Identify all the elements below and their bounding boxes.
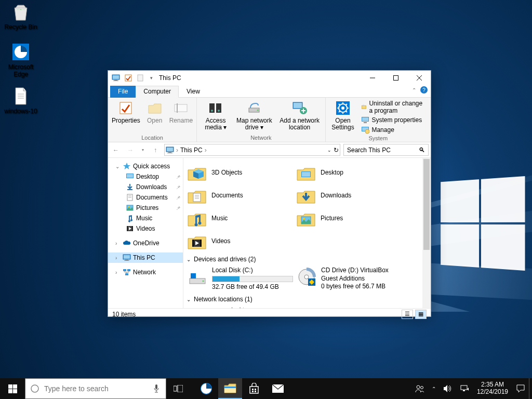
tray-volume-icon[interactable] [440, 378, 456, 399]
folder-documents[interactable]: Documents [185, 184, 295, 207]
taskbar-store[interactable] [242, 378, 266, 399]
ribbon-map-drive-button[interactable]: Map network drive ▾ [233, 99, 275, 132]
folder-pictures[interactable]: Pictures [295, 207, 404, 230]
nav-item-downloads[interactable]: Downloads📌︎ [108, 182, 183, 192]
tab-view[interactable]: View [179, 86, 208, 98]
svg-point-86 [31, 385, 38, 392]
svg-rect-5 [113, 75, 119, 79]
folder-3d-objects[interactable]: 3D Objects [185, 161, 295, 184]
nav-recent-button[interactable]: ▾ [139, 144, 147, 156]
taskbar-explorer[interactable] [218, 378, 242, 399]
svg-rect-30 [363, 105, 364, 107]
desktop-icon-edge[interactable]: Microsoft Edge [3, 42, 39, 78]
section-network-locations[interactable]: ⌄Network locations (1) [185, 292, 429, 305]
mic-icon[interactable] [147, 384, 166, 393]
tray-action-center-icon[interactable] [512, 378, 529, 399]
folder-music[interactable]: Music [185, 207, 295, 230]
ribbon-access-media-button[interactable]: Access media ▾ [199, 99, 232, 132]
nav-item-videos[interactable]: Videos [108, 223, 183, 234]
folder-videos[interactable]: Videos [185, 230, 295, 252]
search-input[interactable] [44, 384, 147, 393]
addr-refresh-icon[interactable]: ↻ [334, 147, 339, 154]
close-button[interactable] [407, 71, 431, 85]
show-desktop-button[interactable] [529, 378, 532, 399]
desktop-icon-recycle-bin[interactable]: Recycle Bin [3, 2, 39, 31]
svg-rect-92 [224, 387, 236, 388]
nav-thispc[interactable]: ›This PC [108, 252, 183, 263]
qat-newfolder-icon[interactable] [135, 72, 147, 84]
svg-point-99 [420, 387, 423, 389]
view-details-button[interactable]: ☰ [402, 310, 413, 319]
svg-rect-14 [120, 102, 131, 114]
tab-file[interactable]: File [110, 86, 136, 98]
desktop-icon-label: Microsoft Edge [8, 63, 34, 78]
drive-d[interactable]: CD Drive (D:) VirtualBox Guest Additions… [295, 265, 404, 292]
documents-folder-icon [187, 185, 207, 206]
search-input[interactable]: Search This PC 🔍︎ [343, 144, 429, 156]
svg-rect-61 [193, 193, 201, 202]
downloads-folder-icon [296, 185, 316, 206]
ribbon-system-properties-button[interactable]: System properties [361, 116, 427, 124]
breadcrumb-sep-icon[interactable]: › [176, 147, 178, 154]
nav-item-pictures[interactable]: Pictures📌︎ [108, 203, 183, 213]
tray-people-icon[interactable] [411, 378, 428, 399]
pictures-icon [126, 204, 134, 212]
nav-item-music[interactable]: Music [108, 213, 183, 223]
svg-rect-74 [193, 273, 196, 276]
ribbon-open-settings-button[interactable]: Open Settings [328, 99, 358, 132]
desktop-icon-label: windows-10 [4, 108, 37, 115]
scrollbar[interactable] [422, 158, 431, 308]
addr-dropdown-icon[interactable]: ⌄ [327, 148, 331, 153]
ribbon-uninstall-button[interactable]: Uninstall or change a program [361, 100, 427, 114]
desktop-icon-file[interactable]: windows-10 [3, 86, 39, 115]
usage-bar [212, 276, 293, 282]
svg-rect-55 [124, 260, 129, 261]
tray-overflow-icon[interactable]: ⌃ [428, 378, 440, 399]
svg-point-20 [218, 110, 220, 112]
address-bar[interactable]: › This PC › ⌄↻ [164, 144, 340, 156]
taskbar-mail[interactable] [266, 378, 290, 399]
folder-desktop[interactable]: Desktop [295, 161, 404, 184]
taskbar-edge[interactable] [194, 378, 218, 399]
help-icon[interactable]: ? [420, 86, 428, 94]
tab-computer[interactable]: Computer [136, 86, 179, 98]
content-pane: 3D Objects Desktop Documents Downloads M… [183, 158, 431, 308]
pin-icon: 📌︎ [176, 184, 181, 190]
breadcrumb-item[interactable]: This PC [180, 147, 203, 154]
nav-up-button[interactable]: ↑ [150, 144, 161, 156]
nav-onedrive[interactable]: ›OneDrive [108, 238, 183, 248]
svg-rect-94 [255, 389, 256, 390]
nav-back-button[interactable]: ← [110, 144, 122, 156]
ribbon-add-location-button[interactable]: Add a network location [276, 99, 323, 132]
drive-c[interactable]: Local Disk (C:)32.7 GB free of 49.4 GB [185, 265, 295, 292]
music-icon [126, 214, 134, 222]
network-location[interactable]: ryzen-desktop [185, 305, 295, 308]
svg-rect-88 [174, 386, 177, 391]
documents-icon [126, 193, 134, 202]
thispc-icon[interactable] [110, 72, 122, 84]
tray-network-icon[interactable] [456, 378, 473, 399]
titlebar[interactable]: ▾ This PC [108, 71, 431, 85]
svg-rect-38 [167, 148, 173, 151]
nav-quick-access[interactable]: ⌄Quick access [108, 161, 183, 171]
minimize-button[interactable] [361, 71, 384, 85]
breadcrumb-sep-icon[interactable]: › [205, 147, 207, 154]
qat-properties-icon[interactable] [123, 72, 134, 84]
view-large-button[interactable]: ▦ [415, 310, 427, 319]
svg-rect-15 [175, 104, 187, 112]
section-devices-drives[interactable]: ⌄Devices and drives (2) [185, 252, 429, 265]
window-title: This PC [159, 74, 181, 82]
maximize-button[interactable] [384, 71, 407, 85]
ribbon-manage-button[interactable]: Manage [361, 126, 427, 134]
nav-network[interactable]: ›Network [108, 267, 183, 277]
nav-item-desktop[interactable]: Desktop📌︎ [108, 171, 183, 182]
start-button[interactable] [0, 378, 25, 399]
task-view-button[interactable] [166, 378, 190, 399]
folder-downloads[interactable]: Downloads [295, 184, 404, 207]
qat-dropdown-icon[interactable]: ▾ [148, 72, 155, 84]
taskbar-search[interactable] [25, 378, 166, 399]
ribbon-collapse-icon[interactable]: ⌃ [412, 87, 416, 93]
ribbon-properties-button[interactable]: Properties [110, 99, 142, 125]
nav-item-documents[interactable]: Documents📌︎ [108, 192, 183, 203]
tray-clock[interactable]: 2:35 AM12/24/2019 [473, 378, 512, 399]
